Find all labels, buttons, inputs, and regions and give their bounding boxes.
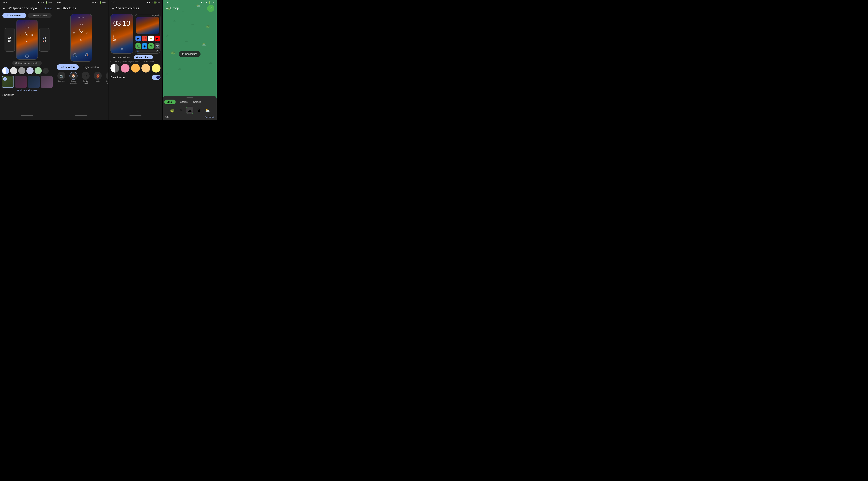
confirm-emoji-button[interactable]: ✓ <box>207 5 214 12</box>
status-bar-2: 3:09 ✦ ▲ ▲ 🔋71% <box>54 0 108 4</box>
sys-phone-right: Fri, 6 Oct ▶ Play Store M Gmail <box>135 14 160 54</box>
app-youtube[interactable]: ▶ YouTube <box>155 36 160 42</box>
swatch-yellow[interactable] <box>152 64 160 72</box>
back-button-3[interactable]: ← <box>111 6 115 10</box>
emoji-tab-colours[interactable]: Colours <box>191 99 204 104</box>
shortcut-options-list: 📷 Camera 🏠 Devicecontrols ⊖ Do NotDistur… <box>54 71 108 85</box>
qr-label: QR codescanner <box>106 80 108 85</box>
colour-swatches <box>108 63 162 73</box>
sys-wallpaper-left: 03 10 ☀ 35° FRI, OCT 6 ⌂ <box>111 14 133 53</box>
bottom-divider-1 <box>21 115 33 116</box>
svg-point-13 <box>81 32 82 33</box>
wallpaper-thumb-2[interactable] <box>15 76 27 88</box>
header-3: ← System colours <box>108 4 162 12</box>
mic-icon: 🎤 <box>156 50 158 52</box>
page-title-3: System colours <box>116 6 160 10</box>
emoji-option-turtle[interactable]: 🐢 <box>168 107 176 114</box>
color-swatch-white[interactable] <box>10 67 17 74</box>
emoji-picker-row: 🐢 ✳ ☁ 🌤 ⛅ <box>164 106 215 115</box>
page-title-2: Shortcuts <box>62 6 106 10</box>
emoji-tab-emoji[interactable]: Emoji <box>164 99 176 104</box>
color-swatch-green[interactable] <box>35 67 42 74</box>
status-time-1: 3:09 <box>2 1 6 4</box>
app-messages[interactable]: ⊙ <box>148 43 154 49</box>
play-store-icon: ▶ <box>135 36 141 41</box>
mute-icon: 🔕 <box>94 72 102 80</box>
shortcut-icons-bottom: 📷 🏠 <box>71 53 92 57</box>
emoji-option-sparkle[interactable]: ✳ <box>177 107 185 114</box>
shortcut-option-dnd[interactable]: ⊖ Do NotDisturb <box>80 72 91 85</box>
other-colours-tab[interactable]: Other colours <box>134 55 153 59</box>
color-swatch-lavender[interactable] <box>26 67 34 74</box>
swatch-orange[interactable] <box>131 64 140 72</box>
back-button-4[interactable]: ← <box>165 6 168 10</box>
left-shortcut-tab[interactable]: Left shortcut <box>57 64 79 70</box>
shortcuts-phone-preview: FRI, 6 Oct 12 3 6 9 📷 🏠 <box>54 12 108 63</box>
wallpaper-thumb-1[interactable]: ✓ <box>2 76 14 88</box>
signal-icon-3: ▲ <box>151 1 153 4</box>
dark-theme-toggle[interactable] <box>152 75 160 80</box>
sys-wallpaper-right <box>136 17 159 34</box>
signal-icon: ▲ <box>43 1 45 4</box>
emoji-bottom-sheet: Emoji Patterns Colours 🐢 ✳ ☁ 🌤 ⛅ 5/14 Ed… <box>163 96 217 120</box>
dnd-label: Do NotDisturb <box>83 80 88 85</box>
app-phone[interactable]: 📞 <box>135 43 141 49</box>
swatch-split[interactable] <box>111 64 119 72</box>
randomise-button[interactable]: ⊞ Randomise <box>179 51 200 57</box>
home-screen-tab[interactable]: Home screen <box>28 13 52 18</box>
svg-text:6: 6 <box>26 40 28 43</box>
reset-button[interactable]: Reset <box>45 7 52 10</box>
wallpaper-colours-tab[interactable]: Wallpaper colours <box>111 55 133 59</box>
app-chrome[interactable]: ◉ <box>142 43 147 49</box>
header-1: ← Wallpaper and style Reset <box>0 4 54 12</box>
color-swatch-gray[interactable] <box>18 67 25 74</box>
search-bar[interactable]: G 🎤 <box>136 50 159 53</box>
google-g-icon: G <box>137 50 138 52</box>
swatch-peach[interactable] <box>142 64 150 72</box>
shortcut-option-camera[interactable]: 📷 Camera <box>56 72 67 85</box>
emoji-option-cloud-plain[interactable]: ⛅ <box>204 107 211 114</box>
app-gmail[interactable]: M Gmail <box>142 36 147 42</box>
big-time-display: 03 10 <box>113 19 130 28</box>
emoji-option-cloud-selected[interactable]: ☁ <box>186 107 193 114</box>
analog-clock-shortcuts: 12 3 6 9 <box>72 24 90 41</box>
right-shortcut-tab[interactable]: Right shortcut <box>80 64 102 70</box>
shortcuts-panel: 3:09 ✦ ▲ ▲ 🔋71% ← Shortcuts FRI, 6 Oct 1… <box>54 0 108 120</box>
emoji-option-cloud-sun[interactable]: 🌤 <box>195 107 202 114</box>
edit-emoji-button[interactable]: Edit emoji <box>205 116 214 118</box>
signal-icon-2: ▲ <box>97 1 99 4</box>
app-photos[interactable]: Photos <box>148 36 154 42</box>
more-wallpapers-button[interactable]: ⊞ More wallpapers <box>17 89 37 92</box>
emoji-tab-patterns[interactable]: Patterns <box>176 99 190 104</box>
clock-settings-button[interactable]: ⚙ Clock colour and size <box>12 61 42 66</box>
lock-screen-tab[interactable]: Lock screen <box>2 13 26 18</box>
wallpaper-style-panel: 3:09 ✦ ▲ ▲ 🔋71% ← Wallpaper and style Re… <box>0 0 54 120</box>
shortcut-option-device[interactable]: 🏠 Devicecontrols <box>68 72 79 85</box>
shortcut-option-mute[interactable]: 🔕 Mute <box>92 72 103 85</box>
swatch-pink[interactable] <box>121 64 129 72</box>
sys-right-status: Fri, 6 Oct <box>135 14 160 17</box>
shortcut-option-qr[interactable]: ⊞ QR codescanner <box>104 72 108 85</box>
status-icons-2: ✦ ▲ ▲ 🔋71% <box>92 1 106 4</box>
messages-icon: ⊙ <box>148 43 154 49</box>
svg-text:12: 12 <box>26 27 29 30</box>
emoji-type-tabs: Emoji Patterns Colours <box>164 99 215 104</box>
home-btn-left: ⌂ <box>121 48 123 50</box>
wallpaper-thumb-3[interactable] <box>28 76 40 88</box>
mute-label: Mute <box>96 80 99 82</box>
app-play-store[interactable]: ▶ Play Store <box>135 36 141 42</box>
more-colors-button[interactable]: ··· <box>43 68 49 74</box>
back-button-2[interactable]: ← <box>57 6 60 10</box>
phone-preview-area: 03 09 FRI, 6 OCT 12 3 6 9 <box>0 19 54 60</box>
color-swatch-split[interactable] <box>2 67 9 74</box>
back-button-1[interactable]: ← <box>2 6 6 10</box>
app-grid: ▶ Play Store M Gmail Photos ▶ <box>135 34 160 53</box>
randomise-icon: ⊞ <box>182 53 184 56</box>
emoji-count: 5/14 <box>165 116 169 118</box>
bluetooth-icon: ✦ <box>38 1 39 4</box>
selected-checkmark: ✓ <box>3 77 7 81</box>
vertical-date: FRI, OCT 6 <box>113 29 115 42</box>
wallpaper-thumb-4[interactable] <box>41 76 53 88</box>
app-camera[interactable]: 📷 <box>155 43 160 49</box>
grid-icon: ⊞ <box>17 89 19 92</box>
